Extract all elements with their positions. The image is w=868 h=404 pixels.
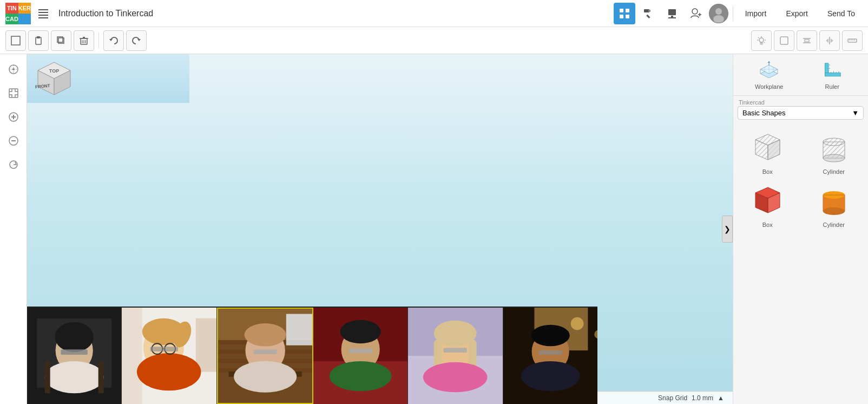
ruler-tool-button[interactable] <box>842 30 863 51</box>
import-button[interactable]: Import <box>738 6 774 21</box>
box-red-icon <box>746 181 789 219</box>
light-tool-button[interactable] <box>751 30 772 51</box>
main-area: ✦ ✦ ✦ Remote Learning SUPERSTAR ✦ TOP <box>0 54 868 404</box>
collapse-panel-button[interactable]: ❯ <box>722 216 733 243</box>
edit-icon-button[interactable] <box>637 3 659 24</box>
grid-view-button[interactable] <box>614 3 635 24</box>
svg-point-54 <box>12 68 15 70</box>
svg-rect-130 <box>538 350 562 355</box>
shapes-dropdown[interactable]: Basic Shapes ▼ <box>738 106 864 120</box>
box-grey-label: Box <box>762 168 773 175</box>
export-button[interactable]: Export <box>778 6 815 21</box>
download-icon-button[interactable] <box>661 3 683 24</box>
zoom-out-button[interactable] <box>4 131 23 151</box>
box-red-label: Box <box>762 221 773 228</box>
video-participant-6[interactable] <box>503 308 597 404</box>
svg-rect-89 <box>196 318 216 372</box>
right-panel: Workplane <box>733 54 868 404</box>
svg-rect-8 <box>646 14 650 18</box>
snap-grid-label: Snap Grid <box>658 394 687 402</box>
snap-grid-arrow[interactable]: ▲ <box>718 394 724 402</box>
svg-point-161 <box>823 154 845 162</box>
undo-button[interactable] <box>103 30 124 51</box>
delete-button[interactable] <box>74 30 94 51</box>
svg-point-94 <box>137 353 201 390</box>
svg-rect-1 <box>38 12 48 13</box>
svg-marker-31 <box>109 39 113 41</box>
video-participant-2[interactable] <box>122 308 216 404</box>
svg-rect-10 <box>648 10 650 12</box>
svg-rect-110 <box>254 349 277 354</box>
logo-br <box>18 14 31 24</box>
cylinder-orange-icon <box>812 181 856 219</box>
video-participant-1[interactable] <box>27 308 122 404</box>
cylinder-orange-label: Cylinder <box>823 221 845 228</box>
left-panel <box>0 54 27 404</box>
svg-rect-6 <box>620 15 623 18</box>
view-cube[interactable]: TOP FRONT <box>32 60 76 108</box>
svg-point-84 <box>55 322 94 352</box>
clipboard-button[interactable] <box>28 30 49 51</box>
svg-rect-0 <box>38 9 48 10</box>
svg-rect-20 <box>11 36 20 45</box>
shape-item-box-grey[interactable]: Box <box>738 128 798 175</box>
svg-rect-43 <box>805 40 809 42</box>
svg-rect-86 <box>45 361 50 393</box>
shapes-section: Tinkercad Basic Shapes ▼ <box>733 96 868 234</box>
home-view-button[interactable] <box>4 60 23 79</box>
svg-point-162 <box>823 138 845 146</box>
svg-rect-116 <box>348 348 372 353</box>
svg-point-123 <box>423 362 488 392</box>
workplane-tool[interactable]: Workplane <box>738 56 801 93</box>
viewport[interactable]: ✦ ✦ ✦ Remote Learning SUPERSTAR ✦ TOP <box>27 54 733 404</box>
zoom-in-button[interactable] <box>4 107 23 127</box>
svg-rect-98 <box>150 347 178 351</box>
add-user-button[interactable] <box>685 3 707 24</box>
video-participant-4[interactable] <box>313 308 408 404</box>
flip-tool-button[interactable] <box>819 30 840 51</box>
menu-icon-button[interactable] <box>32 3 54 24</box>
reset-view-button[interactable] <box>4 155 23 174</box>
svg-line-39 <box>764 42 765 43</box>
shape-item-cylinder-grey[interactable]: Cylinder <box>804 128 864 175</box>
svg-rect-85 <box>61 349 87 355</box>
avatar[interactable] <box>709 4 728 23</box>
duplicate-button[interactable] <box>51 30 71 51</box>
header-actions: Import Export Send To <box>733 6 863 21</box>
svg-rect-13 <box>668 17 676 18</box>
svg-point-128 <box>531 325 569 347</box>
logo-tl: TIN <box>5 3 18 14</box>
send-to-button[interactable]: Send To <box>820 6 863 21</box>
svg-rect-41 <box>780 37 788 44</box>
toolbar-right-tools <box>751 30 863 51</box>
svg-marker-47 <box>831 38 833 43</box>
cylinder-grey-icon <box>812 128 856 166</box>
svg-rect-90 <box>122 308 142 404</box>
tinkercad-label: Tinkercad <box>738 98 864 106</box>
fullscreen-button[interactable] <box>4 83 23 103</box>
new-button[interactable] <box>5 30 26 51</box>
header-right <box>614 3 728 24</box>
svg-point-33 <box>759 38 764 42</box>
redo-button[interactable] <box>126 30 147 51</box>
video-bar <box>27 307 597 404</box>
svg-rect-48 <box>848 39 857 42</box>
align-tool-button[interactable] <box>797 30 817 51</box>
tinkercad-logo: TIN KER CAD <box>5 3 27 24</box>
svg-line-38 <box>758 37 759 38</box>
svg-marker-65 <box>27 130 189 135</box>
shapes-dropdown-value: Basic Shapes <box>742 109 786 117</box>
shapes-grid: Box <box>738 124 864 232</box>
shape-item-cylinder-orange[interactable]: Cylinder <box>804 181 864 228</box>
shape-tool-button[interactable] <box>774 30 794 51</box>
ruler-tool[interactable]: Ruler <box>801 56 864 93</box>
svg-rect-5 <box>626 9 629 12</box>
svg-rect-55 <box>9 89 18 97</box>
svg-rect-7 <box>626 15 629 18</box>
svg-point-129 <box>521 361 580 391</box>
svg-rect-2 <box>38 15 48 16</box>
svg-point-131 <box>570 317 583 330</box>
video-participant-3[interactable] <box>217 308 313 404</box>
shape-item-box-red[interactable]: Box <box>738 181 798 228</box>
video-participant-5[interactable] <box>408 308 503 404</box>
